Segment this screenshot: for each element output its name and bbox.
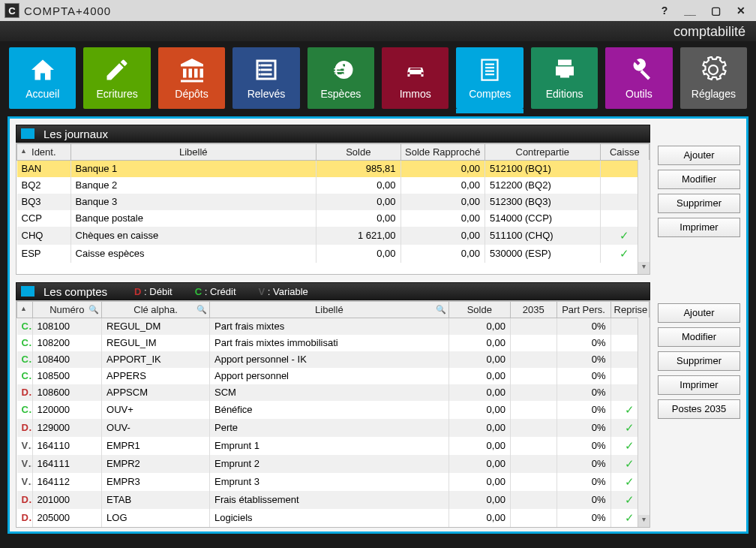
check-icon: ✓ — [625, 403, 634, 416]
check-icon: ✓ — [625, 475, 634, 488]
comptes-row[interactable]: C108200REGUL_IMPart frais mixtes immobil… — [17, 335, 650, 351]
header-square-icon — [21, 286, 34, 297]
toolbar-comptes[interactable]: Comptes — [456, 47, 523, 109]
col-libelle[interactable]: Libellé — [70, 144, 316, 161]
check-icon: ✓ — [625, 493, 634, 506]
comptes-row[interactable]: C108400APPORT_IKApport personnel - IK0,0… — [17, 351, 650, 368]
comptes-add-button[interactable]: Ajouter — [658, 303, 740, 323]
comptes-legend: D : Débit C : Crédit V : Variable — [134, 286, 308, 297]
check-icon: ✓ — [625, 421, 634, 434]
comptes-row[interactable]: V164110EMPR1Emprunt 10,000%✓ — [17, 437, 650, 455]
journaux-add-button[interactable]: Ajouter — [658, 146, 740, 165]
search-icon[interactable]: 🔍 — [436, 305, 446, 315]
comptes-row[interactable]: C108100REGUL_DMPart frais mixtes0,000% — [17, 318, 650, 335]
comptes-edit-button[interactable]: Modifier — [658, 327, 740, 347]
close-icon[interactable]: ✕ — [730, 5, 752, 17]
maximize-icon[interactable]: ▢ — [705, 5, 726, 17]
comptes-grid[interactable]: ▲ Numéro🔍 Clé alpha.🔍 Libellé🔍 Solde 203… — [16, 300, 650, 528]
comptes-row[interactable]: D205000LOGLogiciels0,000%✓ — [17, 509, 650, 527]
journaux-scrollbar[interactable]: ▾ — [638, 160, 650, 274]
journaux-row[interactable]: BANBanque 1985,810,00512100 (BQ1) — [17, 161, 650, 177]
toolbar-reglages[interactable]: Réglages — [680, 47, 747, 109]
help-icon[interactable]: ? — [654, 5, 675, 17]
toolbar-label: Outils — [626, 88, 652, 100]
svg-point-2 — [258, 74, 260, 76]
comptes-row[interactable]: V164112EMPR3Emprunt 30,000%✓ — [17, 473, 650, 491]
comptes-row[interactable]: V164111EMPR2Emprunt 20,000%✓ — [17, 455, 650, 473]
app-subtitle: comptabilité — [0, 21, 756, 41]
col-ident[interactable]: ▲Ident. — [17, 144, 71, 161]
comptes-header: Les comptes D : Débit C : Crédit V : Var… — [16, 282, 650, 300]
toolbar-label: Immos — [400, 88, 431, 100]
comptes-delete-button[interactable]: Supprimer — [658, 351, 740, 371]
journaux-print-button[interactable]: Imprimer — [658, 218, 740, 237]
toolbar-ecritures[interactable]: Ecritures — [83, 47, 150, 109]
journaux-row[interactable]: BQ2Banque 20,000,00512200 (BQ2) — [17, 177, 650, 194]
journaux-edit-button[interactable]: Modifier — [658, 170, 740, 189]
comptes-row[interactable]: D201000ETABFrais établissement0,000%✓ — [17, 491, 650, 509]
col-partpers[interactable]: Part Pers. — [556, 302, 610, 318]
col-cle[interactable]: Clé alpha.🔍 — [102, 302, 210, 318]
toolbar-outils[interactable]: Outils — [605, 47, 672, 109]
svg-text:€: € — [334, 60, 344, 80]
journaux-row[interactable]: CHQChèques en caisse1 621,000,00511100 (… — [17, 227, 650, 245]
journaux-title: Les journaux — [39, 128, 112, 140]
toolbar-immos[interactable]: Immos — [382, 47, 448, 109]
check-icon: ✓ — [625, 511, 634, 524]
header-square-icon — [21, 128, 34, 139]
svg-point-0 — [258, 65, 260, 67]
app-icon: C — [4, 3, 20, 18]
main-toolbar: AccueilEcrituresDépôtsRelevés€EspècesImm… — [0, 41, 756, 109]
toolbar-label: Ecritures — [96, 88, 137, 100]
comptes-scrollbar[interactable]: ▾ — [638, 318, 650, 527]
toolbar-label: Editions — [546, 88, 584, 100]
comptes-row[interactable]: D108600APPSCMSCM0,000% — [17, 384, 650, 401]
comptes-postes-button[interactable]: Postes 2035 — [658, 399, 740, 419]
toolbar-accueil[interactable]: Accueil — [9, 47, 76, 109]
toolbar-label: Comptes — [469, 88, 511, 100]
col-solde-c[interactable]: Solde — [448, 302, 510, 318]
col-libelle-c[interactable]: Libellé🔍 — [209, 302, 448, 318]
search-icon[interactable]: 🔍 — [88, 305, 99, 315]
col-solde-rapproche[interactable]: Solde Rapproché — [400, 144, 485, 161]
scroll-down-icon[interactable]: ▾ — [638, 515, 650, 527]
check-icon: ✓ — [625, 439, 634, 452]
col-solde[interactable]: Solde — [316, 144, 400, 161]
app-window: C COMPTA+4000 ? __ ▢ ✕ comptabilité Accu… — [0, 0, 756, 548]
content-area: Les journaux ▲Ident. Libellé Solde Solde… — [8, 116, 748, 534]
col-numero[interactable]: Numéro🔍 — [32, 302, 102, 318]
journaux-row[interactable]: BQ3Banque 30,000,00512300 (BQ3) — [17, 194, 650, 210]
journaux-delete-button[interactable]: Supprimer — [658, 194, 740, 213]
app-title: COMPTA+4000 — [24, 5, 650, 17]
check-icon: ✓ — [625, 457, 634, 470]
toolbar-label: Dépôts — [175, 88, 208, 100]
journaux-header: Les journaux — [16, 125, 650, 143]
comptes-row[interactable]: D129000OUV-Perte0,000%✓ — [17, 419, 650, 437]
col-caisse[interactable]: Caisse — [600, 144, 650, 161]
comptes-row[interactable]: C120000OUV+Bénéfice0,000%✓ — [17, 401, 650, 419]
comptes-row[interactable]: C108500APPERSApport personnel0,000% — [17, 368, 650, 384]
toolbar-label: Accueil — [26, 88, 59, 100]
toolbar-label: Réglages — [692, 88, 736, 100]
journaux-row[interactable]: CCPBanque postale0,000,00514000 (CCP) — [17, 210, 650, 227]
minimize-icon[interactable]: __ — [680, 5, 700, 17]
comptes-title: Les comptes — [39, 285, 112, 298]
toolbar-label: Espèces — [320, 88, 361, 100]
toolbar-releves[interactable]: Relevés — [232, 47, 299, 109]
col-contrepartie[interactable]: Contrepartie — [485, 144, 600, 161]
svg-point-1 — [258, 69, 260, 71]
col-class[interactable]: ▲ — [17, 302, 33, 318]
col-2035[interactable]: 2035 — [510, 302, 556, 318]
check-icon: ✓ — [620, 229, 629, 242]
scroll-down-icon[interactable]: ▾ — [638, 262, 650, 274]
comptes-print-button[interactable]: Imprimer — [658, 375, 740, 395]
toolbar-editions[interactable]: Editions — [531, 47, 598, 109]
check-icon: ✓ — [620, 247, 629, 260]
search-icon[interactable]: 🔍 — [196, 305, 207, 315]
col-reprise[interactable]: Reprise — [610, 302, 649, 318]
toolbar-especes[interactable]: €Espèces — [308, 47, 374, 109]
journaux-grid[interactable]: ▲Ident. Libellé Solde Solde Rapproché Co… — [16, 143, 650, 275]
toolbar-depots[interactable]: Dépôts — [158, 47, 225, 109]
toolbar-label: Relevés — [248, 88, 286, 100]
journaux-row[interactable]: ESPCaisse espèces0,000,00530000 (ESP)✓ — [17, 245, 650, 263]
